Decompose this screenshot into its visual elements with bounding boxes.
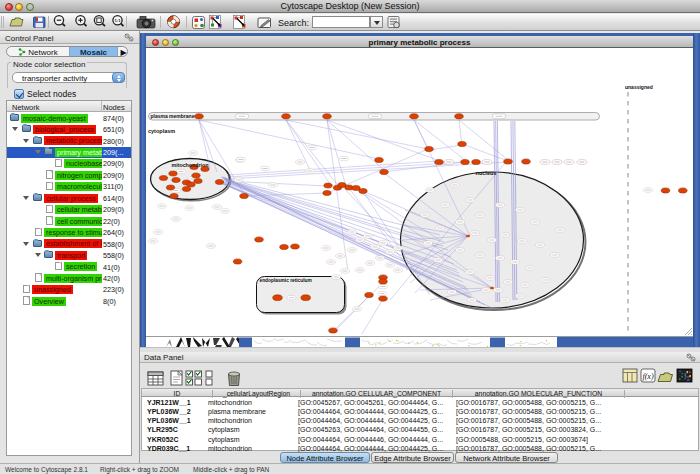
svg-text:endoplasmic reticulum: endoplasmic reticulum: [260, 278, 312, 283]
svg-text:unassigned: unassigned: [625, 84, 653, 90]
svg-text:f(x): f(x): [642, 372, 653, 381]
svg-text:mitochondrion: mitochondrion: [171, 162, 208, 168]
svg-text:nucleus: nucleus: [476, 170, 497, 176]
svg-text:plasma membrane: plasma membrane: [151, 113, 195, 119]
svg-text:1:1: 1:1: [114, 18, 121, 23]
svg-text:cytoplasm: cytoplasm: [148, 128, 175, 134]
